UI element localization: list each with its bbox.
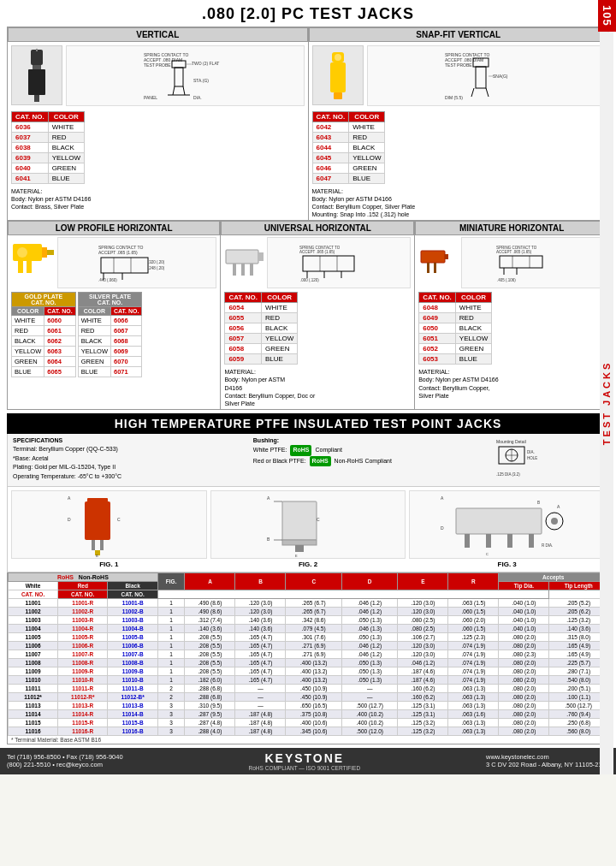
low-profile-header: LOW PROFILE HORIZONTAL: [8, 221, 220, 235]
figure-1: A D C B FIG. 1: [11, 490, 207, 568]
svg-rect-102: [456, 508, 542, 534]
test-jacks-label: TEST JACKS: [600, 32, 613, 774]
svg-text:ACCEPT .065 (1.65): ACCEPT .065 (1.65): [496, 250, 532, 254]
svg-text:A: A: [68, 495, 71, 501]
svg-text:A: A: [267, 495, 270, 501]
table-row: 1100611006-R11006-B 1.208 (5.5).165 (4.7…: [9, 641, 608, 650]
svg-text:B: B: [96, 554, 98, 558]
figures-row: A D C B FIG. 1 A: [7, 487, 609, 572]
specs-section: SPECIFICATIONS Terminal: Beryllium Coppe…: [8, 434, 248, 486]
svg-rect-2: [28, 69, 45, 95]
svg-text:ACCEPT .065 (1.65): ACCEPT .065 (1.65): [299, 250, 335, 254]
svg-rect-51: [241, 264, 245, 276]
svg-rect-33: [42, 247, 47, 258]
table-row: 11012*11012-R*11012-B* 2.288 (6.8)—.450 …: [9, 692, 608, 701]
miniature-header: MINIATURE HORIZONTAL: [415, 221, 608, 235]
miniature-catalog-table: CAT. NO. COLOR 6048WHITE 6049RED 6050BLA…: [418, 292, 492, 365]
svg-rect-55: [303, 256, 354, 271]
figure-3: A D R DIA. C B A FIG. 3: [409, 490, 605, 568]
svg-text:.125 DIA (3.2): .125 DIA (3.2): [496, 472, 520, 477]
svg-text:PANEL: PANEL: [144, 95, 157, 100]
svg-text:DIM (5.5): DIM (5.5): [445, 95, 463, 100]
main-title: .080 [2.0] PC TEST JACKS: [0, 0, 616, 27]
table-row: 1101511015-R11015-B 3.287 (4.8).187 (4.8…: [9, 718, 608, 727]
vertical-material: MATERIAL:Body: Nylon per ASTM D4166Conta…: [8, 186, 308, 212]
svg-text:A: A: [441, 495, 444, 501]
miniature-material: MATERIAL:Body: Nylon per ASTM D4166Conta…: [415, 366, 608, 400]
svg-rect-19: [330, 62, 346, 92]
svg-rect-9: [175, 68, 183, 86]
svg-text:Mounting Detail: Mounting Detail: [496, 439, 526, 444]
svg-line-28: [486, 88, 489, 97]
svg-text:ACCEPT .065 (1.65): ACCEPT .065 (1.65): [98, 250, 138, 255]
table-row: 1100911009-R11009-B 1.208 (5.5).165 (4.7…: [9, 667, 608, 675]
bushing-section: Bushing: White PTFE: RoHS Compliant Red …: [248, 434, 450, 486]
svg-text:.248 (.20): .248 (.20): [148, 266, 165, 270]
svg-text:D: D: [68, 517, 71, 522]
vertical-diagram: SPRING CONTACT TO ACCEPT .080 DIAM TEST …: [66, 45, 305, 106]
footer-web: www.keystonelec.com 3 C DV 202 Road - Al…: [486, 753, 609, 768]
svg-text:TEST PROBE: TEST PROBE: [144, 62, 171, 68]
miniature-diagram: SPRING CONTACT TO ACCEPT .065 (1.65) .40…: [461, 237, 605, 288]
svg-rect-105: [507, 534, 512, 548]
svg-text:C: C: [486, 552, 489, 556]
svg-text:B: B: [537, 501, 540, 505]
svg-line-27: [471, 88, 474, 97]
table-row: 1100111001-R11001-B 1.490 (8.6).120 (3.0…: [9, 598, 608, 607]
svg-rect-64: [427, 263, 429, 273]
vertical-product-image: [11, 45, 62, 105]
svg-rect-63: [445, 254, 448, 259]
svg-text:D: D: [441, 525, 444, 531]
svg-text:E: E: [295, 554, 298, 558]
universal-catalog-table: CAT. NO. COLOR 6054WHITE 6055RED 6056BLA…: [224, 292, 298, 365]
svg-point-21: [335, 54, 341, 61]
low-profile-image: [11, 237, 56, 283]
snap-fit-diagram: SPRING CONTACT TO ACCEPT .080 DIAM TEST …: [367, 45, 606, 106]
svg-text:C: C: [317, 517, 320, 522]
snap-fit-header: SNAP-FIT VERTICAL: [309, 27, 609, 42]
universal-diagram: SPRING CONTACT TO ACCEPT .065 (1.65) .00…: [267, 237, 411, 288]
svg-rect-20: [334, 92, 342, 99]
svg-rect-36: [27, 261, 32, 273]
svg-text:DIA.: DIA.: [527, 450, 535, 454]
svg-text:C: C: [117, 517, 121, 522]
svg-rect-88: [100, 540, 104, 550]
svg-rect-86: [87, 498, 108, 505]
svg-rect-0: [31, 50, 43, 65]
vertical-header: VERTICAL: [8, 27, 308, 42]
svg-text:.000 (.120): .000 (.120): [300, 278, 319, 282]
svg-rect-52: [250, 264, 253, 276]
svg-text:TWO (2) FLAT: TWO (2) FLAT: [192, 61, 219, 66]
svg-rect-85: [85, 501, 110, 540]
svg-text:TEST PROBE: TEST PROBE: [445, 62, 472, 68]
footer: Tel (718) 956-8500 • Fax (718) 956-9040 …: [0, 748, 616, 774]
table-row: 1100311003-R11003-B 1.312 (7.4).140 (3.6…: [9, 615, 608, 624]
snap-fit-material: MATERIAL:Body: Nylon per ASTM D4166Conta…: [309, 186, 609, 220]
table-row: 1101311013-R11013-B 3.310 (9.5)—.650 (16…: [9, 701, 608, 709]
fig2-label: FIG. 2: [210, 561, 406, 568]
footer-phone: Tel (718) 956-8500 • Fax (718) 956-9040: [7, 753, 123, 761]
table-row: 1101611016-R11016-B 3.288 (4.0).187 (4.8…: [9, 727, 608, 735]
svg-text:.320 (.20): .320 (.20): [148, 260, 165, 264]
fig1-label: FIG. 1: [11, 561, 207, 568]
svg-text:R DIA.: R DIA.: [542, 543, 553, 548]
svg-text:STA.(G): STA.(G): [193, 78, 209, 83]
vertical-catalog-table: CAT. NO. COLOR 6036WHITE 6037RED 6038BLA…: [11, 111, 85, 184]
table-row: 1100811008-R11008-B 1.208 (5.5).165 (4.7…: [9, 658, 608, 667]
low-profile-tables: GOLD PLATECAT. NO. COLOR CAT. NO. WHITE6…: [8, 290, 220, 379]
main-data-table: RoHS Non-RoHS FIG. A B C D E R Accepts W…: [8, 572, 608, 736]
svg-rect-35: [18, 261, 23, 273]
svg-text:HOLE: HOLE: [527, 456, 537, 460]
svg-text:.405 (.106): .405 (.106): [497, 278, 516, 282]
mounting-detail-diagram: Mounting Detail DIA. HOLE .125 DIA (3.2): [450, 434, 608, 486]
svg-rect-87: [92, 540, 95, 550]
svg-rect-49: [258, 252, 264, 261]
svg-text:A: A: [557, 504, 560, 509]
svg-line-10: [173, 86, 175, 95]
footer-tollfree: (800) 221-5510 • rec@keyco.com: [7, 761, 123, 768]
svg-rect-65: [434, 263, 436, 273]
table-row: 1101011010-R11010-B 1.182 (6.0).165 (4.7…: [9, 675, 608, 684]
table-row: 1100711007-R11007-B 1.208 (5.5).165 (4.7…: [9, 650, 608, 658]
svg-line-11: [183, 86, 185, 95]
figure-2: A E C B FIG. 2: [210, 490, 406, 568]
